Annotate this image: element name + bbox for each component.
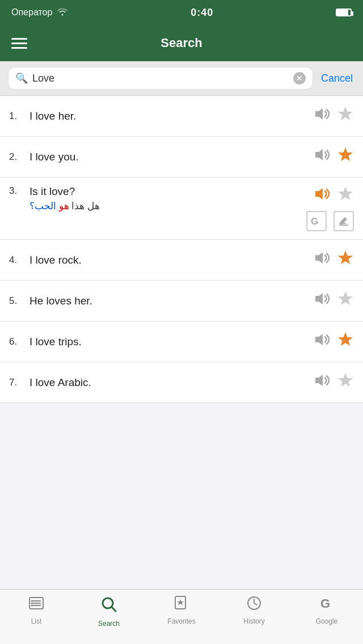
- table-row: 5. He loves her.: [0, 281, 363, 321]
- wifi-icon: [57, 7, 68, 18]
- tab-list[interactable]: List: [0, 595, 73, 625]
- svg-marker-4: [315, 188, 323, 200]
- favorite-button[interactable]: [337, 372, 354, 393]
- result-text-wrap: He loves her.: [29, 295, 313, 307]
- result-text-wrap: I love rock.: [29, 254, 313, 266]
- search-icon: 🔍: [15, 72, 28, 84]
- table-row: 3. Is it love? هل هذا هو الحب؟: [0, 177, 363, 240]
- svg-text:G: G: [311, 216, 318, 227]
- tab-google-label: Google: [316, 617, 338, 625]
- favorite-button[interactable]: [337, 331, 354, 352]
- table-row: 2. I love you.: [0, 137, 363, 177]
- favorite-button[interactable]: [337, 146, 354, 167]
- svg-marker-5: [338, 187, 353, 200]
- table-row: 6. I love trips.: [0, 321, 363, 362]
- clear-button[interactable]: ✕: [293, 72, 306, 84]
- time-display: 0:40: [191, 7, 213, 19]
- sound-button[interactable]: [313, 148, 330, 166]
- tab-bar: List Search Favorites History: [0, 589, 363, 644]
- result-actions: [313, 331, 354, 352]
- app-header: Search: [0, 25, 363, 61]
- result-actions: [313, 146, 354, 167]
- favorites-icon: [174, 595, 189, 615]
- favorite-button[interactable]: [337, 290, 354, 311]
- result-number: 6.: [9, 336, 29, 348]
- tab-favorites-label: Favorites: [167, 617, 195, 625]
- table-row: 4. I love rock.: [0, 240, 363, 281]
- tab-favorites[interactable]: Favorites: [145, 595, 218, 625]
- sound-button[interactable]: [313, 107, 330, 125]
- google-tab-icon: G: [319, 595, 335, 615]
- favorite-button[interactable]: [337, 185, 354, 206]
- tab-list-label: List: [31, 617, 42, 625]
- search-input[interactable]: [32, 73, 289, 84]
- google-button[interactable]: G: [306, 211, 327, 231]
- menu-button[interactable]: [11, 38, 27, 49]
- result-text: Is it love?: [29, 185, 75, 197]
- svg-marker-1: [338, 107, 353, 120]
- result-actions: [313, 372, 354, 393]
- result-text-wrap: Is it love? هل هذا هو الحب؟: [29, 185, 306, 212]
- sound-button[interactable]: [313, 333, 330, 350]
- tab-search[interactable]: Search: [73, 595, 145, 628]
- sound-button[interactable]: [313, 374, 330, 391]
- sound-button[interactable]: [313, 187, 330, 205]
- svg-marker-12: [338, 291, 353, 305]
- result-text-wrap: I love her.: [29, 110, 313, 122]
- svg-marker-10: [338, 251, 353, 264]
- svg-marker-11: [315, 293, 323, 304]
- result-number: 3.: [9, 185, 29, 197]
- sound-button[interactable]: [313, 292, 330, 310]
- result-number: 5.: [9, 295, 29, 307]
- result-text: I love Arabic.: [29, 376, 91, 388]
- svg-marker-9: [315, 252, 323, 264]
- svg-marker-0: [315, 108, 323, 120]
- svg-marker-27: [177, 599, 184, 605]
- svg-marker-13: [315, 334, 323, 345]
- tab-history[interactable]: History: [218, 595, 290, 625]
- result-text: I love rock.: [29, 254, 82, 266]
- status-bar: Оператор 0:40: [0, 0, 363, 25]
- sound-button[interactable]: [313, 251, 330, 269]
- favorite-button[interactable]: [337, 249, 354, 270]
- result-arabic: هل هذا هو الحب؟: [29, 200, 306, 212]
- tab-google[interactable]: G Google: [290, 595, 363, 625]
- result-text: I love trips.: [29, 336, 82, 348]
- result-text: He loves her.: [29, 295, 92, 307]
- svg-point-22: [31, 603, 33, 604]
- result-number: 7.: [9, 377, 29, 388]
- result-actions: [313, 290, 354, 311]
- svg-line-30: [254, 603, 257, 605]
- tab-history-label: History: [243, 617, 264, 625]
- arabic-text: هل: [85, 201, 100, 211]
- table-row: 7. I love Arabic.: [0, 362, 363, 403]
- action-row-bottom: G: [306, 211, 354, 231]
- result-text-wrap: I love trips.: [29, 336, 313, 348]
- result-number: 4.: [9, 255, 29, 266]
- result-actions: [313, 105, 354, 126]
- svg-marker-2: [315, 149, 323, 160]
- svg-point-23: [31, 605, 33, 607]
- arabic-text: هذا: [69, 201, 85, 211]
- page-title: Search: [161, 36, 202, 50]
- search-bar: 🔍 ✕ Cancel: [0, 61, 363, 96]
- list-icon: [28, 595, 44, 615]
- result-text-wrap: I love Arabic.: [29, 376, 313, 389]
- svg-rect-8: [339, 224, 348, 226]
- results-list: 1. I love her. 2. I love you.: [0, 96, 363, 403]
- svg-marker-14: [338, 332, 353, 346]
- result-number: 2.: [9, 151, 29, 163]
- history-icon: [246, 595, 262, 615]
- result-text-wrap: I love you.: [29, 151, 313, 163]
- svg-marker-15: [315, 375, 323, 386]
- svg-text:G: G: [320, 596, 330, 611]
- result-text: I love you.: [29, 151, 79, 163]
- cancel-button[interactable]: Cancel: [319, 70, 355, 87]
- svg-point-21: [31, 600, 33, 602]
- action-row-top: [313, 185, 354, 206]
- edit-button[interactable]: [334, 211, 354, 231]
- status-left: Оператор: [11, 7, 68, 18]
- favorite-button[interactable]: [337, 105, 354, 126]
- search-input-wrap: 🔍 ✕: [8, 67, 313, 90]
- tab-search-label: Search: [98, 620, 120, 628]
